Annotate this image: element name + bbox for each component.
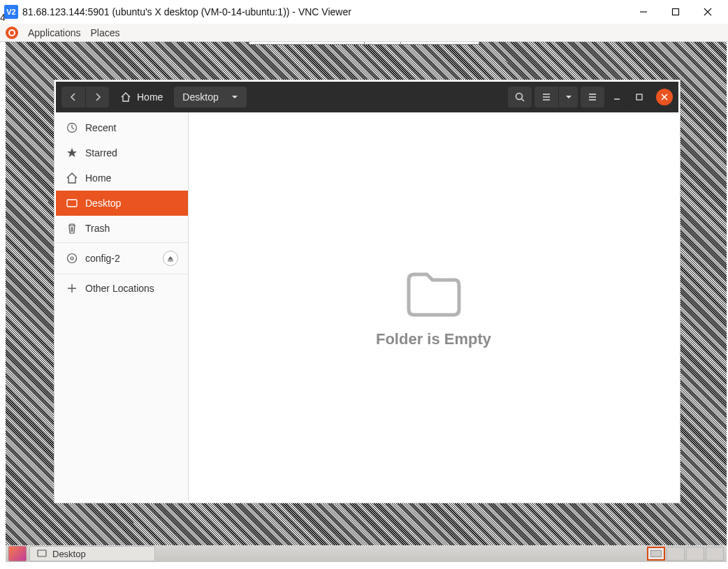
- svg-rect-17: [67, 200, 77, 207]
- breadcrumb-home-label: Home: [137, 91, 163, 103]
- trash-icon: [66, 222, 78, 235]
- window-maximize-button[interactable]: [629, 87, 649, 108]
- svg-point-18: [68, 254, 77, 263]
- workspace-pager: [647, 547, 724, 561]
- sidebar-item-label: config-2: [85, 253, 120, 264]
- breadcrumb-current-label: Desktop: [182, 91, 218, 103]
- sidebar-item-label: Desktop: [85, 198, 121, 209]
- taskbar-window-label: Desktop: [52, 549, 86, 559]
- nav-group: [61, 87, 109, 108]
- sidebar-item-label: Recent: [85, 122, 116, 133]
- nav-forward-button[interactable]: [85, 87, 109, 108]
- svg-point-19: [71, 257, 73, 260]
- sidebar-item-config2[interactable]: config-2: [56, 244, 188, 272]
- svg-rect-1: [673, 9, 679, 15]
- vnc-titlebar: V2 81.68.123.144:5901 (ubuntu's X deskto…: [0, 0, 728, 24]
- sidebar-item-label: Trash: [85, 223, 110, 234]
- sidebar-item-label: Starred: [85, 147, 117, 158]
- home-icon: [66, 172, 78, 184]
- maximize-button[interactable]: [660, 1, 692, 22]
- home-icon: [120, 91, 131, 103]
- sidebar-item-home[interactable]: Home: [56, 165, 188, 191]
- svg-rect-21: [38, 550, 46, 556]
- svg-point-4: [516, 94, 523, 100]
- desktop-icon: [66, 197, 78, 209]
- sidebar-separator: [56, 242, 188, 243]
- plus-icon: [66, 282, 78, 295]
- hamburger-menu-button[interactable]: [581, 87, 604, 108]
- window-close-button[interactable]: [656, 89, 673, 105]
- search-button[interactable]: [508, 87, 532, 108]
- folder-contents: Folder is Empty: [189, 112, 678, 501]
- sidebar-item-desktop[interactable]: Desktop: [56, 191, 188, 216]
- empty-folder-text: Folder is Empty: [376, 330, 491, 348]
- window-minimize-button[interactable]: [607, 87, 627, 108]
- sidebar-item-trash[interactable]: Trash: [56, 216, 188, 241]
- clock-icon: [66, 121, 78, 134]
- list-view-button[interactable]: [534, 87, 558, 108]
- file-manager-header: Home Desktop: [56, 82, 678, 112]
- sidebar-item-label: Home: [85, 172, 111, 184]
- sidebar-separator: [56, 274, 188, 274]
- vnc-framebuffer: Home Desktop: [6, 42, 727, 562]
- close-button[interactable]: [692, 1, 724, 22]
- breadcrumb-home[interactable]: Home: [112, 87, 171, 108]
- sidebar-item-label: Other Locations: [85, 283, 154, 294]
- svg-line-5: [522, 99, 525, 102]
- menu-applications[interactable]: Applications: [28, 27, 81, 38]
- nav-back-button[interactable]: [61, 87, 85, 108]
- sidebar: Recent Starred Home: [56, 112, 189, 501]
- host-page-number: 4: [0, 12, 6, 23]
- vnc-window-title: 81.68.123.144:5901 (ubuntu's X desktop (…: [22, 6, 627, 17]
- view-options-button[interactable]: [558, 87, 578, 108]
- menu-places[interactable]: Places: [91, 27, 120, 38]
- eject-button[interactable]: [163, 251, 178, 266]
- taskbar-window-entry[interactable]: Desktop: [29, 546, 155, 561]
- vnc-toolbar-remnant: [249, 42, 479, 45]
- star-icon: [66, 147, 78, 159]
- empty-folder-icon: [403, 266, 465, 319]
- workspace-4[interactable]: [706, 547, 724, 561]
- ubuntu-logo-icon[interactable]: [6, 27, 18, 39]
- ubuntu-taskbar: Desktop: [6, 545, 727, 562]
- desktop-icon: [37, 549, 47, 559]
- svg-rect-20: [168, 260, 173, 261]
- breadcrumb-dropdown-icon: [231, 94, 238, 101]
- workspace-1[interactable]: [647, 547, 665, 561]
- workspace-2[interactable]: [667, 547, 685, 561]
- sidebar-item-recent[interactable]: Recent: [56, 115, 188, 140]
- sidebar-item-starred[interactable]: Starred: [56, 140, 188, 165]
- workspace-3[interactable]: [686, 547, 704, 561]
- ubuntu-menubar: Applications Places: [0, 24, 728, 42]
- svg-rect-13: [636, 94, 642, 100]
- minimize-button[interactable]: [627, 1, 660, 22]
- breadcrumb-current[interactable]: Desktop: [174, 87, 246, 108]
- vnc-app-icon: V2: [4, 5, 18, 19]
- disc-icon: [66, 252, 78, 265]
- sidebar-item-other-locations[interactable]: Other Locations: [56, 276, 188, 301]
- show-desktop-button[interactable]: [8, 546, 27, 561]
- view-controls: [534, 87, 578, 108]
- file-manager-window: Home Desktop: [54, 80, 680, 503]
